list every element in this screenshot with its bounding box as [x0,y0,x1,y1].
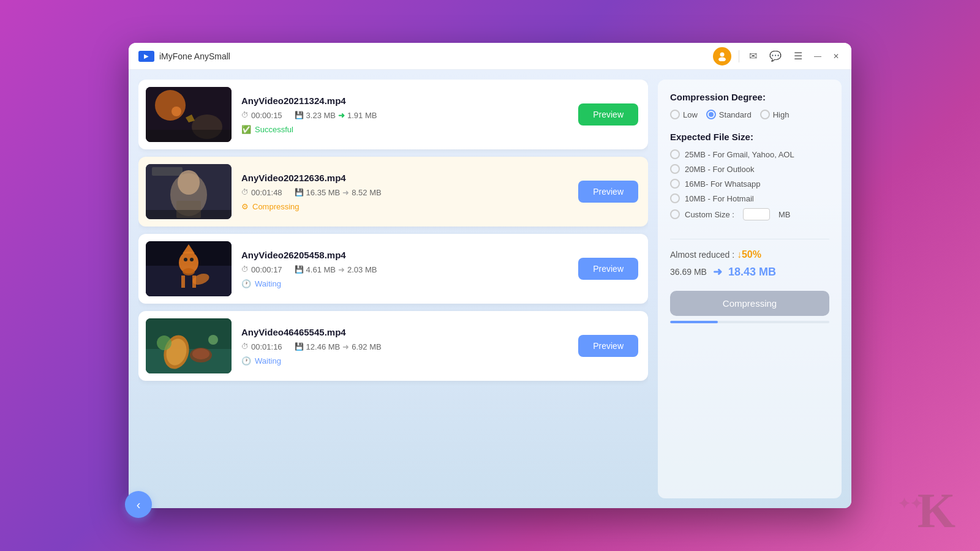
file-icon-4: 💾 [295,342,304,351]
video-card-3: AnyVideo26205458.mp4 ⏱ 00:00:17 💾 4.61 M… [138,234,648,304]
size-2: 💾 16.35 MB ➜ 8.52 MB [295,188,382,197]
watermark-k: ✦✦K [893,483,956,539]
size-option-20mb-label: 20MB - For Outlook [685,165,754,174]
video-name-4: AnyVideo46465545.mp4 [241,327,568,337]
video-list: AnyVideo20211324.mp4 ⏱ 00:00:15 💾 3.23 M… [138,80,648,498]
size-option-10mb-label: 10MB - For Hotmail [685,194,754,203]
video-thumbnail-4 [146,318,232,373]
status-text-3: Waiting [255,279,281,288]
app-window: iMyFone AnySmall ✉ 💬 ☰ — ✕ [129,43,851,508]
reduced-size: 18.43 MB [728,266,776,279]
duration-3: ⏱ 00:00:17 [241,265,282,274]
video-meta-4: ⏱ 00:01:16 💾 12.46 MB ➜ 6.92 MB [241,342,568,351]
radio-high-label: High [773,110,790,119]
close-button[interactable]: ✕ [831,51,842,62]
video-card-2: AnyVideo20212636.mp4 ⏱ 00:01:48 💾 16.35 … [138,157,648,227]
preview-btn-4[interactable]: Preview [578,335,638,357]
user-avatar[interactable] [713,47,731,66]
menu-icon[interactable]: ☰ [791,48,805,64]
svg-point-0 [720,52,725,56]
chat-icon[interactable]: 💬 [767,48,784,64]
comp-size-2: 8.52 MB [352,188,381,197]
size-option-25mb-label: 25MB - For Gmail, Yahoo, AOL [685,150,794,159]
radio-standard-label: Standard [719,110,752,119]
compress-button[interactable]: Compressing [670,291,829,316]
size-option-16mb[interactable]: 16MB- For Whatsapp [670,179,829,189]
size-option-16mb-label: 16MB- For Whatsapp [685,179,761,189]
video-name-2: AnyVideo20212636.mp4 [241,173,568,183]
status-4: 🕐 Waiting [241,356,568,365]
mail-icon[interactable]: ✉ [747,48,760,64]
video-info-2: AnyVideo20212636.mp4 ⏱ 00:01:48 💾 16.35 … [241,173,568,211]
file-icon-1: 💾 [295,111,304,119]
duration-4: ⏱ 00:01:16 [241,342,282,351]
size-option-20mb[interactable]: 20MB - For Outlook [670,164,829,174]
svg-point-31 [208,335,218,345]
progress-bar-container [670,321,829,323]
svg-rect-21 [181,276,185,288]
preview-btn-2[interactable]: Preview [578,181,638,203]
video-thumbnail-2 [146,164,232,219]
radio-standard[interactable]: Standard [706,110,752,119]
radio-circle-20mb [670,164,680,174]
file-icon-2: 💾 [295,188,304,197]
thumb-svg-3 [146,241,232,296]
video-name-3: AnyVideo26205458.mp4 [241,250,568,260]
preview-btn-1[interactable]: Preview [578,103,638,126]
size-option-10mb[interactable]: 10MB - For Hotmail [670,193,829,203]
radio-circle-25mb [670,149,680,159]
status-3: 🕐 Waiting [241,279,568,288]
svg-rect-13 [146,210,232,219]
radio-low[interactable]: Low [670,110,698,119]
size-option-custom-label: Custom Size : [685,210,734,219]
svg-point-11 [178,170,200,195]
size-option-25mb[interactable]: 25MB - For Gmail, Yahoo, AOL [670,149,829,159]
clock-icon-4: ⏱ [241,342,249,351]
video-meta-3: ⏱ 00:00:17 💾 4.61 MB ➜ 2.03 MB [241,265,568,274]
orig-size-4: 12.46 MB [306,342,341,351]
video-info-4: AnyVideo46465545.mp4 ⏱ 00:01:16 💾 12.46 … [241,327,568,365]
size-option-custom[interactable]: Custom Size : MB [670,208,829,220]
radio-high[interactable]: High [760,110,790,119]
arrow-icon-4: ➜ [342,342,349,351]
clock-icon-2: ⏱ [241,188,249,197]
status-text-1: Successful [255,125,293,134]
thumb-svg-2 [146,164,232,219]
sidebar-divider [670,239,829,239]
compression-degree-section: Compression Degree: Low Standard High [670,92,829,119]
size-1: 💾 3.23 MB ➜ 1.91 MB [295,111,377,120]
arrow-icon-2: ➜ [342,188,349,197]
arrow-icon-3: ➜ [338,265,345,274]
radio-circle-custom [670,209,680,219]
expected-file-size-title: Expected File Size: [670,132,829,142]
svg-point-30 [157,335,172,350]
status-icon-2: ⚙ [241,202,249,211]
radio-circle-standard [706,110,716,119]
svg-point-3 [155,90,186,121]
video-name-1: AnyVideo20211324.mp4 [241,96,568,106]
size-4: 💾 12.46 MB ➜ 6.92 MB [295,342,382,351]
duration-1: ⏱ 00:00:15 [241,111,282,120]
svg-point-6 [172,107,181,116]
titlebar: iMyFone AnySmall ✉ 💬 ☰ — ✕ [129,43,851,70]
arrow-right-blue: ➜ [713,265,722,279]
file-size-options: 25MB - For Gmail, Yahoo, AOL 20MB - For … [670,149,829,220]
minimize-button[interactable]: — [812,51,823,62]
expected-file-size-section: Expected File Size: 25MB - For Gmail, Ya… [670,132,829,220]
custom-size-unit: MB [778,210,791,219]
video-info-3: AnyVideo26205458.mp4 ⏱ 00:00:17 💾 4.61 M… [241,250,568,288]
preview-btn-3[interactable]: Preview [578,258,638,280]
video-thumbnail-3 [146,241,232,296]
thumb-svg-4 [146,318,232,373]
status-text-4: Waiting [255,356,281,365]
svg-point-19 [190,258,194,261]
svg-point-18 [184,258,187,261]
app-title: iMyFone AnySmall [159,51,230,61]
orig-size-2: 16.35 MB [306,188,341,197]
duration-value-1: 00:00:15 [251,111,282,120]
video-info-1: AnyVideo20211324.mp4 ⏱ 00:00:15 💾 3.23 M… [241,96,568,134]
clock-icon-3: ⏱ [241,265,249,274]
svg-rect-7 [146,130,232,142]
custom-size-input[interactable] [743,208,770,220]
clock-icon-1: ⏱ [241,111,249,119]
